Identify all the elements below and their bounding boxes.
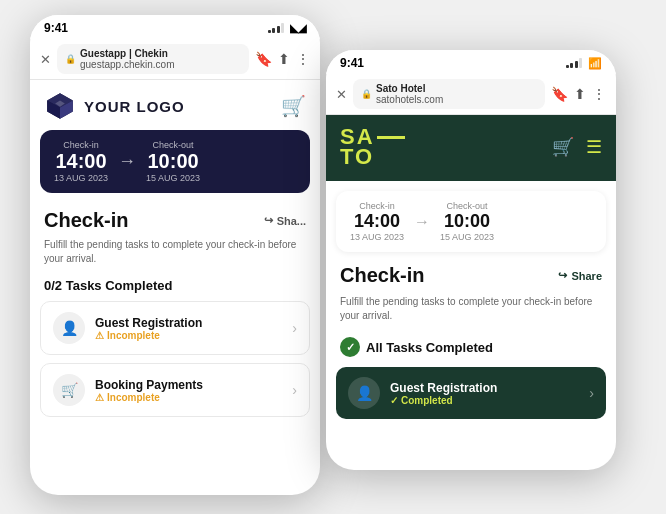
browser-close-front[interactable]: ✕ [336,87,347,102]
sato-section-title: Check-in [340,264,424,287]
lock-icon-front: 🔒 [361,89,372,99]
sato-menu-icon[interactable]: ☰ [586,136,602,158]
sato-section-desc: Fulfill the pending tasks to complete yo… [326,291,616,331]
browser-bar-back: ✕ 🔒 Guestapp | Chekin guestapp.chekin.co… [30,39,320,80]
task-item-booking[interactable]: 🛒 Booking Payments ⚠ Incomplete › [40,363,310,417]
checkout-label-back: Check-out [146,140,200,150]
url-title-front: Sato Hotel [376,83,443,94]
section-desc-back: Fulfill the pending tasks to complete yo… [30,238,320,274]
sato-logo-to: TO [340,145,374,169]
sato-checkout-block: Check-out 10:00 15 AUG 2023 [440,201,494,242]
signal-icon [268,23,285,33]
share-icon[interactable]: ⬆ [278,51,290,67]
share-icon-front[interactable]: ⬆ [574,86,586,102]
task-name-booking: Booking Payments [95,378,203,392]
sato-logo-dash [377,136,405,139]
sato-task-left: 👤 Guest Registration ✓ Completed [348,377,497,409]
chevron-icon-booking: › [292,382,297,398]
sato-arrow-icon: → [414,213,430,231]
sato-task-item-guest[interactable]: 👤 Guest Registration ✓ Completed › [336,367,606,419]
checkin-label-back: Check-in [54,140,108,150]
browser-actions-front: 🔖 ⬆ ⋮ [551,86,606,102]
phone-back: 9:41 ◣◢ ✕ 🔒 Guestapp | Chekin guestapp.c… [30,15,320,495]
checkin-time-back: 14:00 [54,150,108,173]
chevron-icon-guest: › [292,320,297,336]
sato-header: SA TO 🛒 ☰ [326,115,616,181]
sato-task-name: Guest Registration [390,381,497,395]
sato-section-header: Check-in ↪ Share [326,260,616,291]
checkin-date-back: 13 AUG 2023 [54,173,108,183]
sato-checkin-label: Check-in [350,201,404,211]
completed-circle-icon: ✓ [340,337,360,357]
browser-close-back[interactable]: ✕ [40,52,51,67]
lock-icon: 🔒 [65,54,76,64]
task-item-guest-reg[interactable]: 👤 Guest Registration ⚠ Incomplete › [40,301,310,355]
browser-bar-front: ✕ 🔒 Sato Hotel satohotels.com 🔖 ⬆ ⋮ [326,74,616,115]
share-btn-back[interactable]: ↪ Sha... [264,214,306,227]
sato-checkin-block: Check-in 14:00 13 AUG 2023 [350,201,404,242]
app-header-back: YOUR LOGO 🛒 [30,80,320,130]
share-arrow-icon: ↪ [264,214,273,227]
warning-icon-booking: ⚠ [95,392,104,403]
sato-checkin-card: Check-in 14:00 13 AUG 2023 → Check-out 1… [336,191,606,252]
wifi-icon: ◣◢ [290,22,306,35]
task-status-guest: ⚠ Incomplete [95,330,202,341]
url-back: guestapp.chekin.com [80,59,175,70]
sato-logo: SA TO [340,125,407,169]
checkin-block: Check-in 14:00 13 AUG 2023 [54,140,108,183]
booking-icon: 🛒 [53,374,85,406]
section-header-back: Check-in ↪ Sha... [30,203,320,238]
sato-checkout-time: 10:00 [440,211,494,232]
sato-cart-icon[interactable]: 🛒 [552,136,574,158]
task-name-guest: Guest Registration [95,316,202,330]
checkout-block: Check-out 10:00 15 AUG 2023 [146,140,200,183]
cart-icon-header[interactable]: 🛒 [281,94,306,118]
task-left-guest: 👤 Guest Registration ⚠ Incomplete [53,312,202,344]
logo-cube-icon [44,90,76,122]
sato-header-icons: 🛒 ☰ [552,136,602,158]
signal-icon-front [566,58,583,68]
sato-checkout-label: Check-out [440,201,494,211]
status-bar-back: 9:41 ◣◢ [30,15,320,39]
phone-front: 9:41 📶 ✕ 🔒 Sato Hotel satohotels.com 🔖 ⬆… [326,50,616,470]
more-icon-front[interactable]: ⋮ [592,86,606,102]
time-front: 9:41 [340,56,364,70]
time-back: 9:41 [44,21,68,35]
sato-checkin-time: 14:00 [350,211,404,232]
section-title-back: Check-in [44,209,128,232]
sato-checkin-date: 13 AUG 2023 [350,232,404,242]
tasks-header-back: 0/2 Tasks Completed [30,274,320,301]
browser-url-back[interactable]: 🔒 Guestapp | Chekin guestapp.chekin.com [57,44,249,74]
all-completed-label: All Tasks Completed [366,340,493,355]
sato-guest-icon: 👤 [348,377,380,409]
sato-chevron-icon: › [589,385,594,401]
url-title-back: Guestapp | Chekin [80,48,175,59]
status-bar-front: 9:41 📶 [326,50,616,74]
checkin-card-back: Check-in 14:00 13 AUG 2023 → Check-out 1… [40,130,310,193]
bookmark-icon-front[interactable]: 🔖 [551,86,568,102]
warning-icon: ⚠ [95,330,104,341]
sato-share-btn[interactable]: ↪ Share [558,269,602,282]
browser-actions-back: 🔖 ⬆ ⋮ [255,51,310,67]
bookmark-icon[interactable]: 🔖 [255,51,272,67]
tasks-label-back: Tasks Completed [66,278,173,293]
checkout-time-back: 10:00 [146,150,200,173]
sato-share-arrow-icon: ↪ [558,269,567,282]
url-front: satohotels.com [376,94,443,105]
wifi-icon-front: 📶 [588,57,602,70]
sato-checkout-date: 15 AUG 2023 [440,232,494,242]
browser-url-front[interactable]: 🔒 Sato Hotel satohotels.com [353,79,545,109]
all-tasks-completed: ✓ All Tasks Completed [326,331,616,367]
guest-icon: 👤 [53,312,85,344]
status-icons-back: ◣◢ [268,22,307,35]
task-left-booking: 🛒 Booking Payments ⚠ Incomplete [53,374,203,406]
status-icons-front: 📶 [566,57,603,70]
check-icon: ✓ [390,395,398,406]
checkout-date-back: 15 AUG 2023 [146,173,200,183]
logo-box: YOUR LOGO [44,90,185,122]
arrow-icon-back: → [118,151,136,172]
more-icon[interactable]: ⋮ [296,51,310,67]
logo-text: YOUR LOGO [84,98,185,115]
task-status-booking: ⚠ Incomplete [95,392,203,403]
sato-task-status: ✓ Completed [390,395,497,406]
